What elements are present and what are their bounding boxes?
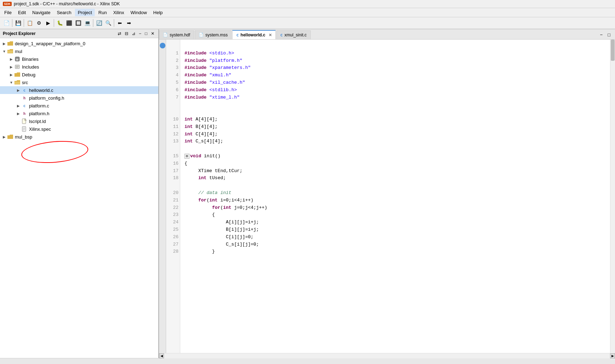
tree-label-mul-bsp: mul_bsp [15,134,32,140]
tree-item-platform-h[interactable]: ▶ h platform.h [0,110,158,117]
panel-close-btn[interactable]: ✕ [150,31,156,36]
settings-button[interactable]: ⚙ [35,19,43,27]
tree-item-binaries[interactable]: ▶ B Binaries [0,55,158,63]
line-num-4: 4 [168,72,178,79]
panel-maximize-btn[interactable]: □ [144,31,148,36]
code-line-4: #include "xmul.h" [184,72,606,79]
line-num-20: 20 [168,189,178,197]
tab-system-mss[interactable]: 📄 system.mss [195,30,232,39]
project-panel-title: Project Explorer [3,31,36,36]
tree-item-mul-bsp[interactable]: ▶ mul_bsp [0,133,158,141]
tree-item-mul[interactable]: ▼ mul [0,47,158,55]
tree-label-includes: Includes [22,64,39,70]
tree-arrow-includes: ▶ [8,65,14,69]
editor-scrollbar[interactable] [610,40,615,353]
toolbar-separator-2 [24,19,24,27]
back-button[interactable]: ⬅ [116,19,124,27]
menu-item-xilinx[interactable]: Xilinx [110,9,127,16]
menu-item-project[interactable]: Project [75,9,95,16]
tree-arrow-helloworld: ▶ [16,88,21,92]
code-line-14 [184,145,606,153]
tree-arrow-platform-h: ▶ [16,112,21,116]
tree-item-helloworld-c[interactable]: ▶ c helloworld.c [0,86,158,94]
folder-icon-design [7,40,13,47]
tab-close-helloworld-c[interactable]: ✕ [269,33,272,37]
status-bar [0,358,615,364]
breakpoint-marker [160,43,165,48]
menu-item-edit[interactable]: Edit [15,9,29,16]
tab-helloworld-c[interactable]: c helloworld.c ✕ [232,30,275,39]
main-layout: Project Explorer ⇄ ⊟ ⊿ − □ ✕ ▶ design_1_… [0,29,615,358]
line-num-3: 3 [168,64,178,72]
toolbar-separator-5 [114,19,114,27]
forward-button[interactable]: ➡ [125,19,133,27]
new-button[interactable]: 📄 [2,19,11,27]
panel-controls: ⇄ ⊟ ⊿ − □ ✕ [117,31,156,36]
tab-xmul-sinit-c[interactable]: c xmul_sinit.c [276,30,311,39]
maximize-editor-btn[interactable]: □ [606,31,612,38]
line-num-25: 25 [168,226,178,234]
code-line-18: int tUsed; [184,175,606,182]
menu-item-help[interactable]: Help [151,9,166,16]
code-line-21: for(int i=0;i<4;i++) [184,197,606,204]
tree-item-lscript[interactable]: ▶ lscript.ld [0,117,158,125]
line-num-7: 7 [168,94,178,101]
minimize-editor-btn[interactable]: − [598,31,605,38]
collapse-btn-init[interactable]: ⊖ [184,154,189,159]
search-button[interactable]: 🔍 [104,19,112,27]
tree-arrow-mul-bsp: ▶ [1,135,7,139]
tree-item-src[interactable]: ▼ src [0,78,158,86]
scroll-right-btn[interactable]: ▶ [610,353,615,358]
code-line-7: #include "xtime_l.h" [184,94,606,101]
tree-label-design: design_1_wrapper_hw_platform_0 [15,41,85,46]
panel-filter-btn[interactable]: ⊿ [131,31,136,36]
line-num-19 [168,182,178,189]
line-num-2: 2 [168,57,178,65]
save-button[interactable]: 💾 [14,19,22,27]
terminal-button[interactable]: 💻 [83,19,92,27]
project-explorer-panel: Project Explorer ⇄ ⊟ ⊿ − □ ✕ ▶ design_1_… [0,29,159,358]
code-line-3: #include "xparameters.h" [184,64,606,72]
panel-collapse-btn[interactable]: ⊟ [124,31,129,36]
copy-button[interactable]: 📋 [25,19,34,27]
tree-item-debug[interactable]: ▶ Debug [0,71,158,78]
tab-label-helloworld-c: helloworld.c [241,33,265,37]
menu-item-search[interactable]: Search [54,9,74,16]
tree-item-platform-c[interactable]: ▶ c platform.c [0,102,158,110]
code-area[interactable]: #include <stdio.h> #include "platform.h"… [180,40,610,353]
line-num-9 [168,108,178,116]
menu-item-window[interactable]: Window [128,9,150,16]
tree-item-design-wrapper[interactable]: ▶ design_1_wrapper_hw_platform_0 [0,40,158,47]
code-line-blank1 [184,42,606,50]
menu-item-run[interactable]: Run [95,9,110,16]
c-file-icon-helloworld: c [21,87,28,93]
line-num-26: 26 [168,234,178,241]
scroll-thumb[interactable] [611,40,615,61]
scroll-left-btn[interactable]: ◀ [159,353,164,358]
line-num-17: 17 [168,168,178,175]
menu-item-file[interactable]: File [1,9,14,16]
run-config-button[interactable]: ▶ [44,19,52,27]
bug-button[interactable]: 🐛 [55,19,64,27]
code-line-16: { [184,160,606,168]
project-panel-header: Project Explorer ⇄ ⊟ ⊿ − □ ✕ [0,29,158,38]
tab-icon-xmul-sinit-c: c [280,33,283,37]
panel-sync-btn[interactable]: ⇄ [117,31,122,36]
console-button[interactable]: ⬛ [65,19,73,27]
gutter-breakpoints [159,40,166,353]
tree-item-xilinx-spec[interactable]: ▶ Xilinx.spec [0,125,158,133]
tree-item-includes[interactable]: ▶ Includes [0,63,158,71]
title-bar: SDK project_1.sdk - C/C++ - mul/src/hell… [0,0,615,8]
tree-item-platform-config[interactable]: ▶ h platform_config.h [0,94,158,102]
tab-icon-system-mss: 📄 [199,33,204,37]
panel-minimize-btn[interactable]: − [138,31,142,36]
tab-label-system-mss: system.mss [205,33,228,37]
refresh-button[interactable]: 🔄 [95,19,103,27]
menu-item-navigate[interactable]: Navigate [29,9,53,16]
horizontal-scrollbar[interactable] [164,353,610,358]
fpga-button[interactable]: 🔲 [74,19,82,27]
tab-icon-helloworld-c: c [236,33,239,37]
folder-icon-mul-bsp [7,134,13,140]
tab-system-hdf[interactable]: 📄 system.hdf [159,30,194,39]
code-line-27: C_s[i][j]=0; [184,241,606,248]
